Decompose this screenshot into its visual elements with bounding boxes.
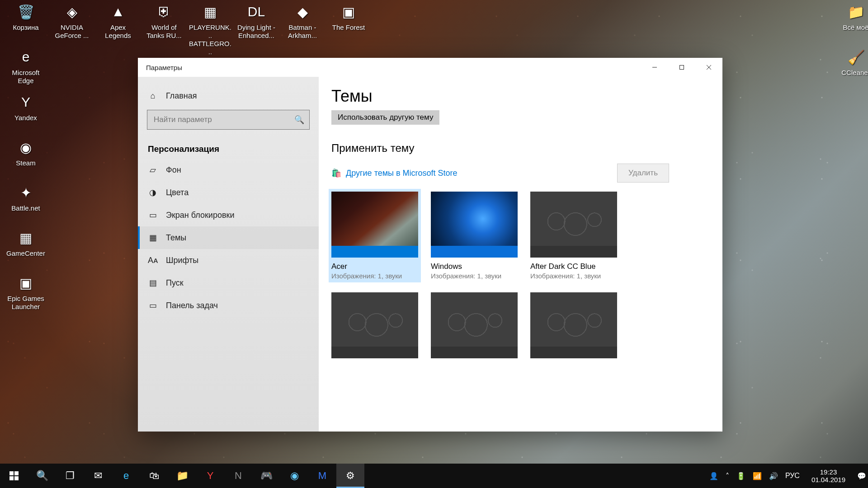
sidebar-item-label: Цвета [166, 188, 189, 197]
theme-card[interactable] [431, 292, 518, 358]
minimize-button[interactable] [641, 58, 668, 77]
store-link-label: Другие темы в Microsoft Store [346, 169, 458, 178]
theme-taskbar-preview [530, 246, 617, 258]
people-icon[interactable]: 👤 [709, 472, 718, 480]
desktop-icon[interactable]: ▦GameCenter [5, 228, 47, 258]
desktop-icon[interactable]: ✦Battle.net [5, 183, 47, 212]
desktop-icon[interactable]: ▲Apex Legends [97, 2, 139, 40]
store-link[interactable]: 🛍️ Другие темы в Microsoft Store [331, 168, 458, 178]
desktop-icon[interactable]: 🧹CCleaner [835, 47, 868, 77]
sidebar-item[interactable]: ▦Темы [138, 226, 319, 249]
desktop-icon[interactable]: eMicrosoft Edge [5, 47, 47, 85]
taskbar-store[interactable]: 🛍 [140, 464, 168, 488]
svg-rect-5 [14, 471, 19, 475]
desktop-icon[interactable]: ▦PLAYERUNK... BATTLEGRO... [189, 2, 231, 56]
sidebar-item-label: Экран блокировки [166, 211, 234, 220]
sidebar-item-label: Панель задач [166, 301, 218, 310]
desktop-icon[interactable]: 🗑️Корзина [5, 2, 47, 32]
taskbar-search[interactable]: 🔍 [28, 464, 56, 488]
theme-desc: Изображения: 1, звуки [331, 272, 418, 280]
taskbar-steam[interactable]: ◉ [280, 464, 308, 488]
action-center-icon[interactable]: 💬 [857, 472, 866, 480]
desktop-icon[interactable]: 📁Всё моё [835, 2, 868, 32]
desktop-icon-label: Yandex [5, 114, 47, 122]
language-indicator[interactable]: РУС [785, 472, 800, 480]
sidebar-item[interactable]: ▤Пуск [138, 272, 319, 294]
search-input[interactable] [147, 110, 310, 130]
settings-window: Параметры ⌂ Главная 🔍 Персонализация ▱Фо… [138, 58, 722, 432]
battery-icon[interactable]: 🔋 [736, 472, 745, 480]
desktop-icon-label: NVIDIA GeForce ... [51, 23, 93, 40]
theme-card[interactable] [331, 292, 418, 358]
taskbar-malwarebytes[interactable]: M [308, 464, 336, 488]
apply-heading: Применить тему [331, 142, 710, 155]
desktop-icon-label: Корзина [5, 23, 47, 32]
theme-card[interactable]: AcerИзображения: 1, звуки [329, 189, 421, 282]
desktop-icon-glyph: e [16, 47, 36, 67]
sidebar-item[interactable]: ▭Панель задач [138, 294, 319, 317]
sidebar-home[interactable]: ⌂ Главная [138, 85, 319, 107]
desktop-icon[interactable]: ⛨World of Tanks RU... [143, 2, 185, 40]
desktop-icon-glyph: ▣ [339, 2, 359, 22]
desktop-icon[interactable]: DLDying Light - Enhanced... [235, 2, 278, 40]
theme-thumbnail [530, 292, 617, 347]
taskbar-yandex[interactable]: Y [196, 464, 224, 488]
sidebar-item[interactable]: AᴀШрифты [138, 249, 319, 272]
desktop-icon-label: Steam [5, 159, 47, 167]
volume-icon[interactable]: 🔊 [769, 472, 778, 480]
maximize-button[interactable] [668, 58, 695, 77]
task-view[interactable]: ❐ [56, 464, 84, 488]
desktop-icon-label: Epic Games Launcher [5, 295, 47, 311]
theme-thumbnail [331, 192, 418, 246]
taskbar-app-n[interactable]: N [224, 464, 252, 488]
start-button[interactable] [0, 464, 28, 488]
taskbar-clock[interactable]: 19:23 01.04.2019 [807, 468, 850, 484]
taskbar-app-game[interactable]: 🎮 [252, 464, 280, 488]
clock-date: 01.04.2019 [811, 476, 845, 483]
wifi-icon[interactable]: 📶 [753, 472, 762, 480]
desktop-icon[interactable]: ◈NVIDIA GeForce ... [51, 2, 93, 40]
theme-name: Windows [431, 262, 518, 271]
clock-time: 19:23 [811, 468, 845, 476]
desktop-icon-label: PLAYERUNK... BATTLEGRO... [189, 23, 231, 56]
desktop-icon-glyph: 🗑️ [16, 2, 36, 22]
titlebar[interactable]: Параметры [138, 58, 722, 77]
svg-rect-1 [680, 66, 684, 70]
theme-card[interactable]: After Dark CC BlueИзображения: 1, звуки [530, 192, 617, 280]
desktop-icon-label: Всё моё [835, 23, 868, 32]
system-tray: 👤 ˄ 🔋 📶 🔊 РУС 19:23 01.04.2019 💬 [709, 468, 868, 484]
home-icon: ⌂ [148, 91, 158, 101]
desktop[interactable]: 🗑️Корзина◈NVIDIA GeForce ...▲Apex Legend… [0, 0, 868, 488]
theme-taskbar-preview [431, 246, 518, 258]
desktop-icon[interactable]: ▣The Forest [327, 2, 370, 32]
sidebar-search: 🔍 [147, 110, 310, 130]
sidebar-home-label: Главная [166, 91, 197, 101]
taskbar-explorer[interactable]: 📁 [168, 464, 196, 488]
theme-card[interactable]: WindowsИзображения: 1, звуки [431, 192, 518, 280]
sidebar-item[interactable]: ▱Фон [138, 159, 319, 181]
taskbar-settings[interactable]: ⚙ [336, 464, 364, 488]
sidebar-item[interactable]: ▭Экран блокировки [138, 204, 319, 226]
sidebar-item[interactable]: ◑Цвета [138, 181, 319, 204]
desktop-icon-glyph: 📁 [846, 2, 866, 22]
tray-chevron-up-icon[interactable]: ˄ [726, 472, 729, 480]
use-other-theme-button[interactable]: Использовать другую тему [331, 110, 439, 125]
close-button[interactable] [695, 58, 722, 77]
desktop-icon-glyph: DL [246, 2, 266, 22]
desktop-icon[interactable]: YYandex [5, 92, 47, 122]
theme-card[interactable] [530, 292, 617, 358]
desktop-icon[interactable]: ▣Epic Games Launcher [5, 273, 47, 311]
theme-thumbnail [331, 292, 418, 347]
desktop-icon-glyph: ◉ [16, 137, 36, 157]
sidebar-item-icon: ▤ [148, 278, 158, 288]
theme-name: Acer [331, 262, 418, 271]
desktop-icon[interactable]: ◆Batman - Arkham... [281, 2, 324, 40]
delete-button[interactable]: Удалить [617, 164, 669, 183]
desktop-icon[interactable]: ◉Steam [5, 137, 47, 167]
desktop-icon-glyph: ⛨ [154, 2, 174, 22]
sidebar-item-icon: ◑ [148, 188, 158, 197]
taskbar-mail[interactable]: ✉ [84, 464, 112, 488]
taskbar-edge[interactable]: e [112, 464, 140, 488]
desktop-icon-glyph: ▦ [16, 228, 36, 248]
store-icon: 🛍️ [331, 168, 341, 178]
